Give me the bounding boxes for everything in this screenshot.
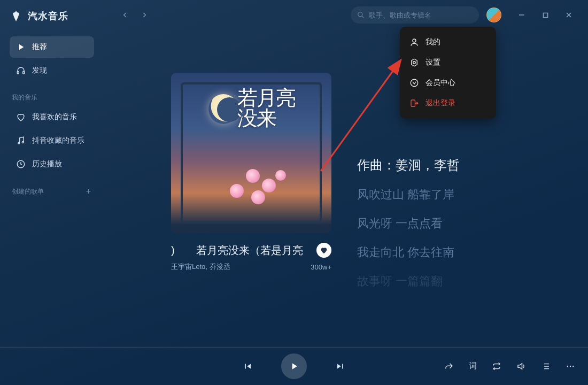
menu-item-mine[interactable]: 我的 [400,32,496,52]
history-icon [16,159,26,169]
sidebar-section-my-music: 我的音乐 [12,93,94,102]
loop-icon [492,361,501,371]
sidebar: 汽水音乐 推荐 发现 我的音乐 我喜欢的音乐 抖音收藏的音乐 历史播放 创建的歌… [0,0,102,346]
next-button[interactable] [336,361,345,371]
svg-rect-10 [411,100,415,106]
heart-icon [16,112,26,122]
chevron-left-icon [121,11,129,19]
more-icon [566,361,575,371]
user-menu: 我的 设置 会员中心 退出登录 [400,27,496,119]
user-avatar[interactable] [486,7,501,22]
svg-point-8 [413,61,416,64]
track-like-count: 300w+ [311,263,331,271]
menu-item-label: 我的 [425,37,440,47]
lyric-line: 故事呀 一篇篇翻 [357,273,567,289]
lyric-line: 风吹过山 船靠了岸 [357,187,567,203]
nav-back-button[interactable] [118,7,133,22]
svg-point-3 [22,142,24,143]
list-icon [541,361,551,371]
share-icon [444,361,454,371]
vip-icon [409,78,419,88]
svg-point-12 [570,365,571,366]
svg-rect-1 [23,72,25,74]
svg-point-7 [413,39,416,42]
track-title: ) 若月亮没来（若是月亮 [171,243,303,258]
nav-forward-button[interactable] [137,7,152,22]
play-icon [16,42,26,52]
svg-rect-6 [543,13,547,17]
search-icon [357,11,365,19]
sidebar-item-discover[interactable]: 发现 [10,60,94,81]
play-icon [289,361,299,372]
music-note-icon [16,136,26,145]
svg-rect-0 [17,72,19,74]
lyric-line: 作曲：姜洄，李哲 [357,157,567,174]
sidebar-item-label: 历史播放 [32,159,62,169]
more-button[interactable] [566,361,575,371]
top-bar [0,0,588,30]
svg-point-11 [567,365,568,366]
logout-icon [409,98,419,108]
skip-previous-icon [243,361,252,371]
window-minimize-button[interactable] [511,7,532,22]
svg-point-9 [411,79,418,87]
previous-button[interactable] [243,361,252,371]
track-artist[interactable]: 王宇宙Leto, 乔浚丞 [171,262,230,272]
headphones-icon [16,66,26,75]
play-button[interactable] [281,353,307,379]
sidebar-item-history[interactable]: 历史播放 [10,153,94,175]
volume-icon [516,361,526,371]
minimize-icon [519,12,525,18]
playlist-button[interactable] [541,361,551,371]
svg-point-5 [358,12,362,17]
svg-point-2 [18,142,20,144]
window-close-button[interactable] [558,7,579,22]
cover-title: 若月亮没来 [237,88,307,128]
menu-item-logout[interactable]: 退出登录 [400,93,496,113]
skip-next-icon [336,361,345,371]
menu-item-label: 设置 [425,58,440,67]
create-playlist-button[interactable]: + [86,187,91,196]
like-button[interactable] [316,243,331,258]
search-box[interactable] [351,6,479,24]
volume-button[interactable] [516,361,526,371]
menu-item-label: 会员中心 [425,78,455,88]
album-cover[interactable]: 若月亮没来 [171,73,331,233]
sidebar-item-label: 推荐 [32,42,47,52]
menu-item-settings[interactable]: 设置 [400,52,496,73]
player-bar: 词 [0,346,588,385]
search-input[interactable] [369,11,473,19]
sidebar-item-label: 抖音收藏的音乐 [32,136,84,145]
heart-filled-icon [320,246,328,255]
user-icon [409,37,419,47]
sidebar-item-liked[interactable]: 我喜欢的音乐 [10,106,94,128]
maximize-icon [543,12,548,18]
close-icon [566,12,572,18]
sidebar-item-recommend[interactable]: 推荐 [10,36,94,58]
sidebar-item-label: 发现 [32,66,47,75]
window-maximize-button[interactable] [535,7,556,22]
sidebar-item-label: 我喜欢的音乐 [32,112,77,122]
lyric-line: 风光呀 一点点看 [357,215,567,232]
lyric-line: 我走向北 你去往南 [357,244,567,260]
loop-button[interactable] [492,361,501,371]
main-content: 若月亮没来 ) 若月亮没来（若是月亮 王宇宙Leto, 乔浚丞 300w+ [102,30,588,346]
share-button[interactable] [444,361,454,371]
svg-point-13 [572,365,574,366]
sidebar-section-playlists: 创建的歌单 + [12,187,94,196]
sidebar-item-douyin[interactable]: 抖音收藏的音乐 [10,130,94,151]
gear-icon [409,58,419,67]
lyrics-toggle-button[interactable]: 词 [469,361,477,371]
chevron-right-icon [141,11,148,19]
menu-item-vip[interactable]: 会员中心 [400,73,496,93]
menu-item-label: 退出登录 [425,98,455,108]
